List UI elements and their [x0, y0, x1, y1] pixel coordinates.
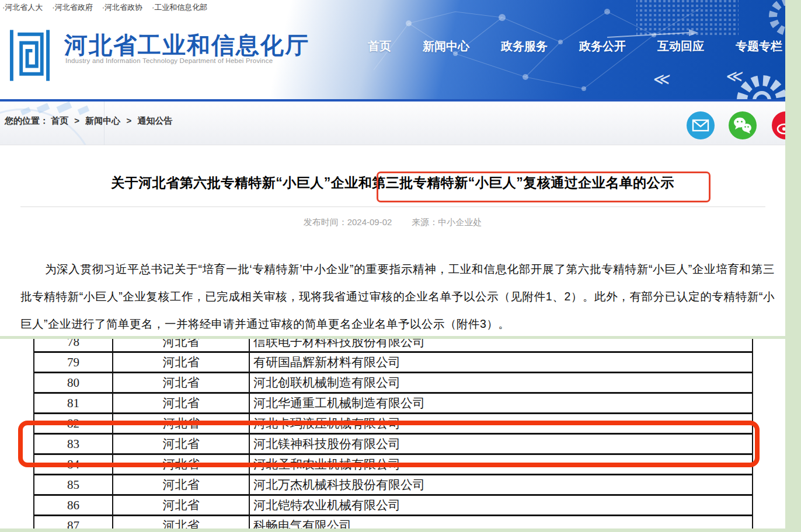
- envelope-glyph: [687, 111, 715, 139]
- topbar-link-miit[interactable]: ·工业和信息化部: [152, 2, 207, 13]
- source-value: 中小企业处: [438, 217, 482, 227]
- cell-no: 79: [34, 352, 113, 373]
- site-logo[interactable]: [8, 28, 51, 83]
- cell-province: 河北省: [113, 373, 249, 393]
- table-row: 80 河北省 河北创联机械制造有限公司: [34, 373, 753, 393]
- weibo-icon[interactable]: [772, 111, 785, 139]
- arc-decor: [0, 108, 97, 145]
- topbar-link-hebei-zhengxie[interactable]: ·河北省政协: [102, 2, 142, 13]
- topbar: ·河北省人大 ·河北省政府 ·河北省政协 ·工业和信息化部: [2, 2, 207, 13]
- row-83-highlight-annotation: [18, 421, 760, 467]
- webpage-screenshot: ≪ ≪ ·河北省人大 ·河北省政府 ·河北省政协 ·工业和信息化部 河北省工业和…: [0, 0, 785, 336]
- cell-no: 85: [34, 475, 113, 495]
- weibo-glyph: [772, 111, 785, 139]
- square-decor: [57, 102, 72, 113]
- breadcrumb-item-news[interactable]: 新闻中心: [85, 116, 120, 125]
- table-row: 81 河北省 河北华通重工机械制造有限公司: [34, 393, 753, 414]
- site-subtitle: Industry and Information Technology Depa…: [65, 57, 273, 64]
- cell-province: 河北省: [113, 475, 249, 495]
- square-decor: [78, 106, 90, 115]
- breadcrumb-separator: >: [126, 116, 131, 125]
- mail-icon[interactable]: [687, 111, 715, 139]
- topbar-link-hebei-gov[interactable]: ·河北省政府: [52, 2, 92, 13]
- title-highlight-annotation: [377, 172, 711, 202]
- nav-item-interaction[interactable]: 互动回应: [657, 38, 704, 54]
- cell-company: 科畅电气有限公司: [249, 516, 753, 529]
- cell-province: 河北省: [113, 352, 249, 373]
- site-title: 河北省工业和信息化厅: [64, 29, 309, 61]
- cell-company: 河北华通重工机械制造有限公司: [249, 393, 753, 414]
- cell-province: 河北省: [113, 339, 249, 352]
- breadcrumb-separator: >: [74, 116, 79, 125]
- nav-item-news[interactable]: 新闻中心: [423, 38, 469, 54]
- gear-icon-small: [773, 1, 785, 32]
- table-row: 78 河北省 信联电子材料科技股份有限公司: [34, 339, 753, 352]
- table-row: 85 河北省 河北万杰机械科技股份有限公司: [34, 475, 753, 495]
- cell-no: 86: [34, 495, 113, 516]
- page: ≪ ≪ ·河北省人大 ·河北省政府 ·河北省政协 ·工业和信息化部 河北省工业和…: [0, 0, 801, 532]
- source: 来源：中小企业处: [412, 217, 482, 228]
- article-paragraph: 为深入贯彻习近平总书记关于“培育一批‘专精特新’中小企业”的重要指示精神，工业和…: [20, 256, 775, 336]
- nav-item-special[interactable]: 专题专栏: [736, 38, 782, 54]
- cell-company: 信联电子材料科技股份有限公司: [249, 339, 753, 352]
- gear-icon: [742, 80, 782, 99]
- breadcrumb: 您的位置： 首页 > 新闻中心 > 通知公告: [5, 116, 172, 127]
- cell-province: 河北省: [113, 393, 249, 414]
- cell-no: 80: [34, 373, 113, 393]
- publish-date-value: 2024-09-02: [347, 217, 392, 227]
- site-header: ≪ ≪ ·河北省人大 ·河北省政府 ·河北省政协 ·工业和信息化部 河北省工业和…: [0, 0, 785, 99]
- nav-item-disclosure[interactable]: 政务公开: [579, 38, 626, 54]
- topbar-link-hebei-renda[interactable]: ·河北省人大: [2, 2, 43, 13]
- wechat-glyph: [729, 111, 757, 139]
- cell-company: 河北万杰机械科技股份有限公司: [249, 475, 753, 495]
- publish-date: 发布时间：2024-09-02: [304, 217, 392, 228]
- cell-company: 有研国晶辉新材料有限公司: [249, 352, 753, 373]
- cell-company: 河北铠特农业机械有限公司: [249, 495, 753, 516]
- cell-company: 河北创联机械制造有限公司: [249, 373, 753, 393]
- dot-grid-decor: [636, 0, 739, 37]
- publish-label: 发布时间：: [304, 217, 347, 227]
- cell-province: 河北省: [113, 495, 249, 516]
- table-row: 86 河北省 河北铠特农业机械有限公司: [34, 495, 753, 516]
- wechat-icon[interactable]: [729, 111, 757, 139]
- cell-no: 87: [34, 516, 113, 529]
- main-nav: 首页 新闻中心 政务服务 政务公开 互动回应 专题专栏: [350, 38, 782, 54]
- title-divider: [20, 206, 765, 207]
- chevrons-decor: ≪: [652, 70, 672, 88]
- table-row: 87 河北省 科畅电气有限公司: [34, 516, 753, 529]
- cell-province: 河北省: [113, 516, 249, 529]
- breadcrumb-bar: 您的位置： 首页 > 新闻中心 > 通知公告: [0, 102, 785, 145]
- cell-no: 81: [34, 393, 113, 414]
- svg-text:≪: ≪: [725, 67, 744, 85]
- publish-info: 发布时间：2024-09-02 来源：中小企业处: [0, 217, 785, 228]
- table-row: 79 河北省 有研国晶辉新材料有限公司: [34, 352, 753, 373]
- nav-item-home[interactable]: 首页: [368, 38, 391, 54]
- nav-item-services[interactable]: 政务服务: [501, 38, 548, 54]
- breadcrumb-label: 您的位置：: [5, 116, 48, 125]
- breadcrumb-item-home[interactable]: 首页: [51, 116, 68, 125]
- breadcrumb-item-notices[interactable]: 通知公告: [137, 116, 172, 125]
- source-label: 来源：: [412, 217, 438, 227]
- cell-no: 78: [34, 339, 113, 352]
